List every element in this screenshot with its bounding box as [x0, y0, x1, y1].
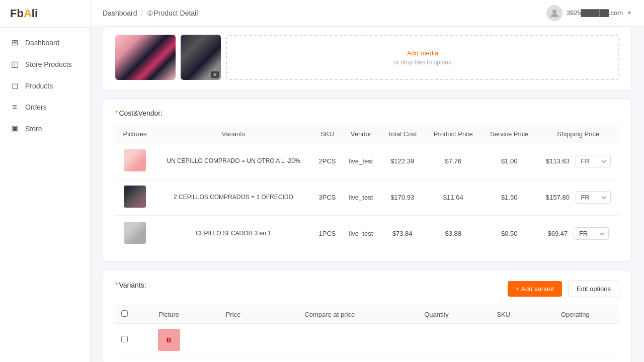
variant-thumbnail [124, 186, 146, 208]
chevron-down-icon: ▼ [627, 10, 632, 16]
cell-sku [476, 324, 531, 354]
table-row: UN CEPILLO COMPRADO = UN OTRO A L -20% 2… [115, 143, 619, 179]
select-all-checkbox[interactable] [121, 310, 128, 317]
required-mark: * [115, 281, 118, 289]
breadcrumb-separator: / [141, 9, 143, 17]
cost-vendor-title: *Cost&Vendor: [115, 109, 619, 117]
cell-variant-name: 2 CEPILLOS COMPRADOS = 1 OFRECIDO [154, 179, 312, 216]
edit-options-button[interactable]: Edit options [568, 281, 619, 297]
cell-total-cost: $73.84 [380, 216, 425, 252]
col-pictures: Pictures [115, 125, 154, 143]
col-vendor: Vendor [342, 125, 379, 143]
cell-compare-price [262, 324, 397, 354]
logo: FbAli [0, 0, 90, 28]
svg-point-0 [552, 10, 556, 14]
col-service-price: Service Price [481, 125, 537, 143]
cell-variant-name: UN CEPILLO COMPRADO = UN OTRO A L -20% [154, 143, 312, 179]
media-section: ✕ Add media or drop files to upload [103, 26, 632, 90]
sidebar-item-store[interactable]: ▣ Store [0, 118, 90, 139]
variants-title: *Variants: [115, 281, 146, 289]
cell-shipping-price: $113.63 FR US DE [537, 143, 619, 179]
orders-icon: ≡ [10, 103, 19, 112]
cell-shipping-price: $69.47 FR US DE [537, 216, 619, 252]
user-menu[interactable]: 3925██████.com ▼ [546, 5, 632, 21]
breadcrumb-current: ①Product Detail [147, 9, 198, 17]
required-mark: * [115, 109, 118, 117]
cell-shipping-price: $157.80 FR US DE [537, 179, 619, 216]
cell-picture [115, 179, 154, 216]
col-picture: Picture [134, 305, 204, 324]
cell-vendor: live_test [342, 143, 379, 179]
upload-link[interactable]: Add media [407, 49, 438, 57]
col-quantity: Quantity [397, 305, 476, 324]
cell-picture [115, 216, 154, 252]
cell-operating [531, 324, 619, 354]
region-select-3[interactable]: FR US DE [574, 227, 609, 240]
row-checkbox[interactable] [121, 336, 128, 342]
cell-sku: 3PCS [312, 179, 342, 216]
upload-area[interactable]: Add media or drop files to upload [226, 35, 619, 80]
region-select-2[interactable]: FR US DE [576, 191, 611, 204]
table-row: 2 CEPILLOS COMPRADOS = 1 OFRECIDO 3PCS l… [115, 179, 619, 216]
cell-service-price: $1.50 [481, 179, 537, 216]
cell-picture: B [134, 324, 204, 354]
region-select-1[interactable]: FR US DE [576, 155, 611, 167]
cost-vendor-table: Pictures Variants SKU Vendor Total Cost … [115, 125, 619, 251]
sidebar-item-dashboard[interactable]: ⊞ Dashboard [0, 32, 90, 53]
col-price: Price [204, 305, 262, 324]
media-thumb-2: ✕ [181, 35, 221, 80]
sidebar-item-store-products[interactable]: ◫ Store Products [0, 53, 90, 75]
col-shipping-price: Shipping Price [537, 125, 619, 143]
col-sku: SKU [476, 305, 531, 324]
variants-header: *Variants: + Add variant Edit options [115, 281, 619, 297]
store-products-icon: ◫ [10, 59, 19, 69]
breadcrumb-home[interactable]: Dashboard [103, 9, 137, 17]
variants-table: Picture Price Compare at price Quantity … [115, 305, 619, 354]
sidebar-item-label: Products [25, 82, 53, 90]
sidebar-item-label: Store [25, 125, 42, 133]
header: Dashboard / ①Product Detail 3925██████.c… [91, 0, 644, 26]
variant-thumbnail [124, 149, 146, 171]
cost-vendor-section: *Cost&Vendor: Pictures Variants SKU Vend… [103, 99, 632, 262]
cell-total-cost: $122.39 [380, 143, 425, 179]
col-product-price: Product Price [425, 125, 481, 143]
variants-table-body: B [115, 324, 619, 354]
add-variant-button[interactable]: + Add variant [508, 281, 562, 297]
table-header: Pictures Variants SKU Vendor Total Cost … [115, 125, 619, 143]
variants-actions: + Add variant Edit options [508, 281, 619, 297]
media-thumb-1 [115, 35, 176, 80]
col-checkbox [115, 305, 134, 324]
cell-picture [115, 143, 154, 179]
table-row: B [115, 324, 619, 354]
cell-sku: 1PCS [312, 216, 342, 252]
cell-variant-name: CEPILLO SECADOR 3 en 1 [154, 216, 312, 252]
variant-thumbnail: B [158, 329, 180, 351]
main: Dashboard / ①Product Detail 3925██████.c… [91, 0, 644, 362]
avatar [546, 5, 562, 21]
media-row: ✕ Add media or drop files to upload [115, 35, 619, 80]
col-sku: SKU [312, 125, 342, 143]
variant-thumbnail [124, 222, 146, 244]
dashboard-icon: ⊞ [10, 38, 19, 47]
cell-vendor: live_test [342, 216, 379, 252]
sidebar-item-products[interactable]: ◻ Products [0, 75, 90, 97]
col-variants: Variants [154, 125, 312, 143]
cell-price [204, 324, 262, 354]
variants-table-header: Picture Price Compare at price Quantity … [115, 305, 619, 324]
sidebar-item-label: Dashboard [25, 39, 60, 47]
cell-total-cost: $170.93 [380, 179, 425, 216]
table-row: CEPILLO SECADOR 3 en 1 1PCS live_test $7… [115, 216, 619, 252]
store-icon: ▣ [10, 124, 19, 133]
table-body: UN CEPILLO COMPRADO = UN OTRO A L -20% 2… [115, 143, 619, 252]
content-area: ✕ Add media or drop files to upload *Cos… [91, 26, 644, 362]
breadcrumb: Dashboard / ①Product Detail [103, 9, 198, 17]
logo-text: FbAli [10, 7, 38, 20]
sidebar-item-label: Store Products [25, 60, 72, 68]
col-compare-price: Compare at price [262, 305, 397, 324]
products-icon: ◻ [10, 81, 19, 90]
sidebar-item-orders[interactable]: ≡ Orders [0, 97, 90, 118]
sidebar: FbAli ⊞ Dashboard ◫ Store Products ◻ Pro… [0, 0, 91, 362]
cell-product-price: $7.76 [425, 143, 481, 179]
cell-product-price: $11.64 [425, 179, 481, 216]
cell-product-price: $3.88 [425, 216, 481, 252]
